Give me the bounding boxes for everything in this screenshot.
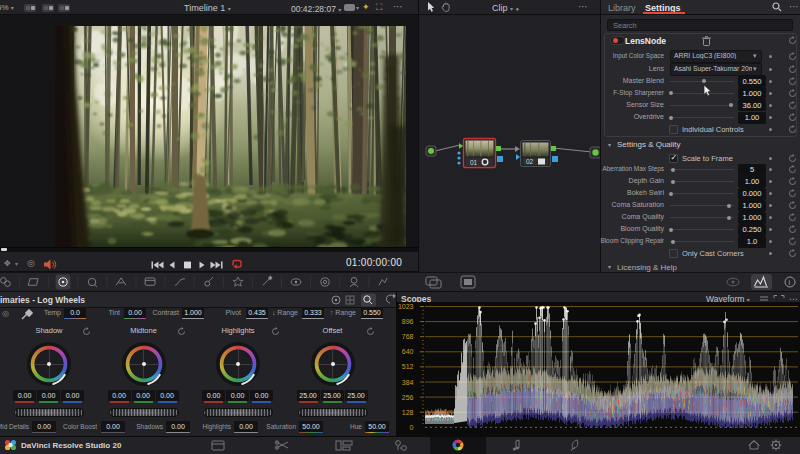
svg-text:896: 896 (402, 318, 414, 325)
svg-text:640: 640 (402, 348, 414, 355)
svg-text:02: 02 (526, 158, 534, 165)
svg-text:512: 512 (402, 363, 414, 370)
svg-text:1023: 1023 (398, 303, 414, 310)
svg-text:768: 768 (402, 333, 414, 340)
svg-text:01: 01 (470, 159, 478, 166)
svg-text:i: i (789, 278, 791, 287)
svg-text:128: 128 (402, 409, 414, 416)
svg-text:256: 256 (402, 394, 414, 401)
svg-text:384: 384 (402, 379, 414, 386)
svg-text:0: 0 (410, 424, 414, 431)
